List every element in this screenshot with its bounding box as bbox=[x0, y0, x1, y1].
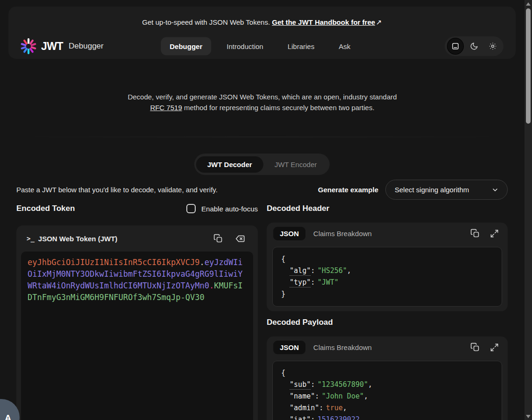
signing-algorithm-value: Select signing algorithm bbox=[395, 186, 469, 194]
token-dot-1: . bbox=[199, 258, 204, 267]
scroll-up-arrow[interactable] bbox=[526, 2, 531, 6]
tab-json-payload[interactable]: JSON bbox=[273, 341, 305, 354]
paste-hint: Paste a JWT below that you'd like to dec… bbox=[16, 186, 318, 194]
copy-icon bbox=[470, 229, 480, 238]
sun-icon bbox=[489, 42, 497, 50]
json-line-alg: "alg":"HS256", bbox=[281, 265, 493, 277]
copy-icon bbox=[470, 343, 480, 352]
json-line-sub: "sub":"1234567890", bbox=[281, 379, 493, 391]
clear-token-button[interactable] bbox=[235, 234, 245, 244]
theme-toggle bbox=[445, 36, 504, 56]
nav-links: Debugger Introduction Libraries Ask bbox=[161, 37, 359, 56]
encoded-panel-header: >_ JSON Web Token (JWT) bbox=[16, 225, 258, 252]
encoded-panel-title: JSON Web Token (JWT) bbox=[38, 235, 201, 243]
handbook-link[interactable]: Get the JWT Handbook for free↗ bbox=[272, 18, 382, 26]
json-line-name: "name":"John Doe", bbox=[281, 391, 493, 402]
decoded-payload-panel: JSON Claims Breakdown { "sub":"123456789… bbox=[267, 336, 508, 420]
light-theme-button[interactable] bbox=[485, 38, 501, 54]
nav-row: JWT Debugger Debugger Introduction Libra… bbox=[21, 34, 504, 59]
decoded-header-json: { "alg":"HS256", "typ":"JWT" } bbox=[272, 247, 502, 307]
toolbar-row: Paste a JWT below that you'd like to dec… bbox=[16, 180, 508, 200]
json-close-brace: } bbox=[281, 288, 493, 300]
copy-header-button[interactable] bbox=[470, 229, 480, 238]
autofocus-control: Enable auto-focus bbox=[186, 204, 258, 213]
autofocus-checkbox[interactable] bbox=[186, 204, 196, 213]
token-editor[interactable]: eyJhbGciOiJIUzI1NiIsInR5cCI6IkpXVCJ9.eyJ… bbox=[21, 252, 253, 420]
section-divider bbox=[14, 137, 511, 137]
accessibility-label: A bbox=[5, 413, 11, 420]
decoded-payload-title: Decoded Payload bbox=[267, 318, 333, 327]
encoded-heading-row: Encoded Token Enable auto-focus bbox=[16, 204, 258, 213]
generate-example-button[interactable]: Generate example bbox=[318, 186, 378, 194]
external-arrow-icon: ↗ bbox=[376, 18, 382, 27]
decoded-header-tabs: JSON Claims Breakdown bbox=[267, 223, 508, 244]
intro-text: Decode, verify, and generate JSON Web To… bbox=[0, 91, 525, 113]
token-header-segment: eyJhbGciOiJIUzI1NiIsInR5cCI6IkpXVCJ9 bbox=[28, 258, 199, 267]
nav-item-libraries[interactable]: Libraries bbox=[279, 37, 324, 56]
tab-claims-breakdown-payload[interactable]: Claims Breakdown bbox=[313, 343, 460, 351]
expand-icon bbox=[490, 229, 499, 238]
brand[interactable]: JWT Debugger bbox=[21, 38, 104, 54]
copy-token-button[interactable] bbox=[213, 234, 223, 243]
decoded-header-panel: JSON Claims Breakdown { "alg":"HS256", "… bbox=[267, 223, 508, 311]
brand-product: Debugger bbox=[69, 42, 104, 51]
backspace-icon bbox=[235, 234, 245, 244]
nav-item-introduction[interactable]: Introduction bbox=[218, 37, 272, 56]
reader-icon bbox=[451, 42, 460, 50]
scroll-down-arrow[interactable] bbox=[526, 415, 531, 418]
json-line-typ: "typ":"JWT" bbox=[281, 277, 493, 288]
json-open-brace: { bbox=[281, 367, 493, 379]
expand-payload-button[interactable] bbox=[490, 343, 499, 352]
system-theme-button[interactable] bbox=[447, 38, 463, 54]
jwt-token-text: eyJhbGciOiJIUzI1NiIsInR5cCI6IkpXVCJ9.eyJ… bbox=[28, 257, 245, 303]
mode-tabs: JWT Decoder JWT Encoder bbox=[194, 154, 330, 175]
nav-item-debugger[interactable]: Debugger bbox=[161, 37, 211, 56]
decoded-payload-tabs: JSON Claims Breakdown bbox=[267, 336, 508, 358]
nav-item-ask[interactable]: Ask bbox=[330, 37, 359, 56]
tab-jwt-decoder[interactable]: JWT Decoder bbox=[196, 156, 263, 173]
copy-icon bbox=[213, 234, 223, 243]
json-line-admin: "admin":true, bbox=[281, 402, 493, 414]
tab-jwt-encoder[interactable]: JWT Encoder bbox=[263, 156, 328, 173]
tab-json-header[interactable]: JSON bbox=[273, 227, 305, 240]
decoded-header-title: Decoded Header bbox=[267, 204, 329, 213]
jwt-logo-icon bbox=[21, 38, 36, 54]
decoded-payload-json: { "sub":"1234567890", "name":"John Doe",… bbox=[272, 361, 502, 420]
dark-theme-button[interactable] bbox=[466, 38, 482, 54]
expand-icon bbox=[490, 343, 499, 352]
encoded-token-panel: >_ JSON Web Token (JWT) eyJhbGciOiJIUzI1 bbox=[16, 225, 258, 420]
chevron-down-icon bbox=[491, 186, 499, 194]
scrollbar bbox=[525, 0, 532, 420]
scrollbar-thumb[interactable] bbox=[526, 8, 531, 124]
expand-header-button[interactable] bbox=[490, 229, 499, 238]
moon-icon bbox=[470, 42, 478, 50]
terminal-prompt-icon: >_ bbox=[27, 235, 35, 242]
tab-claims-breakdown-header[interactable]: Claims Breakdown bbox=[313, 230, 460, 238]
json-line-iat: "iat":1516239022 bbox=[281, 414, 493, 420]
brand-wordmark: JWT bbox=[41, 40, 63, 53]
header-card: Get up-to-speed with JSON Web Tokens. Ge… bbox=[8, 7, 516, 59]
encoded-token-title: Encoded Token bbox=[16, 204, 75, 213]
rfc-7519-link[interactable]: RFC 7519 bbox=[150, 104, 182, 112]
json-open-brace: { bbox=[281, 253, 493, 265]
promo-banner: Get up-to-speed with JSON Web Tokens. Ge… bbox=[8, 18, 516, 27]
autofocus-label: Enable auto-focus bbox=[201, 205, 258, 213]
copy-payload-button[interactable] bbox=[470, 343, 480, 352]
signing-algorithm-select[interactable]: Select signing algorithm bbox=[385, 180, 508, 200]
promo-text: Get up-to-speed with JSON Web Tokens. bbox=[142, 18, 270, 26]
token-dot-2: . bbox=[209, 281, 214, 290]
